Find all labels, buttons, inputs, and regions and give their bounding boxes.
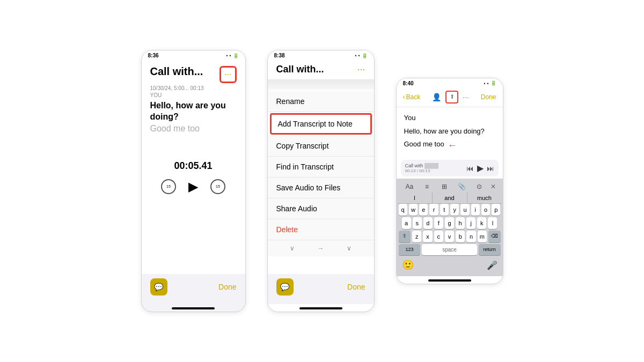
share-audio-label: Share Audio [276, 204, 317, 213]
play-button[interactable]: ▶ [185, 178, 202, 195]
share-icon-highlighted[interactable]: ⬆ [445, 91, 458, 104]
key-return[interactable]: return [479, 244, 501, 255]
keyboard-row-1: q w e r t y u i o p [398, 204, 502, 216]
key-i[interactable]: i [471, 204, 480, 216]
menu-item-find-transcript[interactable]: Find in Transcript [268, 157, 374, 178]
format-lasso-icon[interactable]: ⊙ [473, 183, 486, 190]
phone2-menu-dots[interactable]: ··· [357, 64, 365, 75]
menu-item-rename[interactable]: Rename [268, 91, 374, 112]
key-y[interactable]: y [450, 204, 459, 216]
key-e[interactable]: e [419, 204, 428, 216]
menu-item-save-audio[interactable]: Save Audio to Files [268, 178, 374, 198]
phone3: 8:40 ▪ ▪ 🔋 ‹ Back 👤 ⬆ ··· Done You [396, 78, 503, 284]
word-suggestion-3[interactable]: much [467, 193, 502, 203]
format-table-icon[interactable]: ⊞ [438, 183, 451, 190]
key-q[interactable]: q [399, 204, 407, 216]
key-r[interactable]: r [429, 204, 438, 216]
emoji-button[interactable]: 🙂 [402, 259, 414, 271]
phone2-menu-list: Rename Add Transcript to Note Copy Trans… [268, 91, 374, 240]
format-close-button[interactable]: ✕ [491, 183, 496, 190]
keyboard-row-4: 123 space return [398, 244, 502, 255]
header-icons: 👤 ⬆ ··· [432, 91, 469, 104]
phone3-header: ‹ Back 👤 ⬆ ··· Done [397, 87, 503, 107]
phone1-audio-controls: 15 ▶ 15 [150, 178, 237, 195]
key-x[interactable]: x [423, 231, 432, 242]
back-button[interactable]: ‹ Back [403, 93, 421, 101]
bottom-keyboard-row: 🙂 🎤 [398, 257, 502, 274]
phone3-done-button[interactable]: Done [481, 93, 496, 101]
audio-mini-title: Call with ████ [405, 163, 438, 168]
phone2-content: Call with... ··· Rename Add Transcript t… [268, 60, 374, 274]
phone3-home-indicator [428, 279, 471, 282]
key-f[interactable]: f [434, 217, 443, 229]
key-o[interactable]: o [481, 204, 490, 216]
mini-skip-back[interactable]: ⏮ [466, 164, 474, 173]
skip-forward-button[interactable]: 15 [210, 179, 225, 194]
mini-play-icon[interactable]: ▶ [477, 163, 484, 173]
chat-icon: 💬 [154, 283, 163, 291]
format-list-icon[interactable]: ≡ [420, 183, 433, 190]
formatting-bar: Aa ≡ ⊞ 📎 ⊙ ✕ [398, 181, 502, 193]
key-t[interactable]: t [440, 204, 449, 216]
save-audio-label: Save Audio to Files [276, 183, 341, 192]
menu-item-delete[interactable]: Delete [268, 219, 374, 240]
word-suggestion-1[interactable]: l [398, 193, 433, 203]
delete-label: Delete [276, 225, 298, 234]
phone1-done-button[interactable]: Done [218, 283, 236, 291]
note-line3: Good me too [404, 139, 444, 150]
key-v[interactable]: v [445, 231, 454, 242]
phone1-you-label: YOU [150, 92, 237, 98]
key-123[interactable]: 123 [399, 244, 421, 255]
key-shift[interactable]: ⇧ [399, 231, 411, 242]
upload-icon: ⬆ [450, 93, 455, 100]
phone1-time: 8:36 [148, 53, 159, 58]
menu-item-copy-transcript[interactable]: Copy Transcript [268, 136, 374, 157]
menu-item-add-transcript[interactable]: Add Transcript to Note [270, 113, 372, 135]
key-p[interactable]: p [492, 204, 500, 216]
format-attach-icon[interactable]: 📎 [456, 183, 469, 190]
key-space[interactable]: space [422, 244, 477, 255]
keyboard: Aa ≡ ⊞ 📎 ⊙ ✕ l and much q w e r t y u [397, 179, 503, 276]
phone1-header: Call with... ··· [150, 65, 237, 83]
word-suggestion-2[interactable]: and [433, 193, 467, 203]
key-s[interactable]: s [413, 217, 422, 229]
mic-button[interactable]: 🎤 [487, 260, 497, 270]
format-aa-icon[interactable]: Aa [403, 183, 416, 190]
skip-back-button[interactable]: 15 [161, 179, 176, 194]
key-k[interactable]: k [477, 217, 486, 229]
transcript-icon[interactable]: 💬 [150, 278, 167, 295]
key-l[interactable]: l [488, 217, 497, 229]
phone1-call-date: 10/30/24, 5:00... 00:13 [150, 85, 237, 91]
phone2-header: Call with... ··· [268, 60, 374, 79]
phone2-transcript-icon[interactable]: 💬 [276, 278, 294, 295]
more-icon[interactable]: ··· [463, 93, 469, 101]
menu-button-highlighted[interactable]: ··· [219, 66, 237, 83]
key-z[interactable]: z [412, 231, 421, 242]
key-g[interactable]: g [445, 217, 454, 229]
share-people-icon[interactable]: 👤 [432, 93, 441, 101]
audio-mini-time: 00:13 / 00:13 [405, 168, 438, 173]
phone1-audio-player: 00:05.41 15 ▶ 15 [150, 160, 237, 195]
phone1-home-indicator [172, 307, 215, 309]
key-b[interactable]: b [456, 231, 465, 242]
key-j[interactable]: j [466, 217, 475, 229]
chevron-right: → [317, 245, 324, 252]
back-label: Back [406, 93, 421, 101]
key-h[interactable]: h [456, 217, 465, 229]
mini-skip-fwd[interactable]: ⏭ [487, 164, 494, 173]
menu-item-share-audio[interactable]: Share Audio [268, 198, 374, 219]
key-n[interactable]: n [466, 231, 475, 242]
phone2-done-button[interactable]: Done [347, 283, 365, 291]
chevron-down-1: ∨ [290, 245, 295, 252]
phone1-bottom-bar: 💬 Done [142, 274, 245, 304]
key-w[interactable]: w [409, 204, 418, 216]
audio-mini-controls: ⏮ ▶ ⏭ [466, 163, 494, 173]
skip-back-label: 15 [166, 184, 171, 188]
key-a[interactable]: a [402, 217, 411, 229]
key-d[interactable]: d [423, 217, 433, 229]
key-delete[interactable]: ⌫ [488, 231, 501, 242]
key-u[interactable]: u [460, 204, 469, 216]
blur-overlay [268, 79, 374, 90]
key-m[interactable]: m [478, 231, 487, 242]
key-c[interactable]: c [434, 231, 443, 242]
